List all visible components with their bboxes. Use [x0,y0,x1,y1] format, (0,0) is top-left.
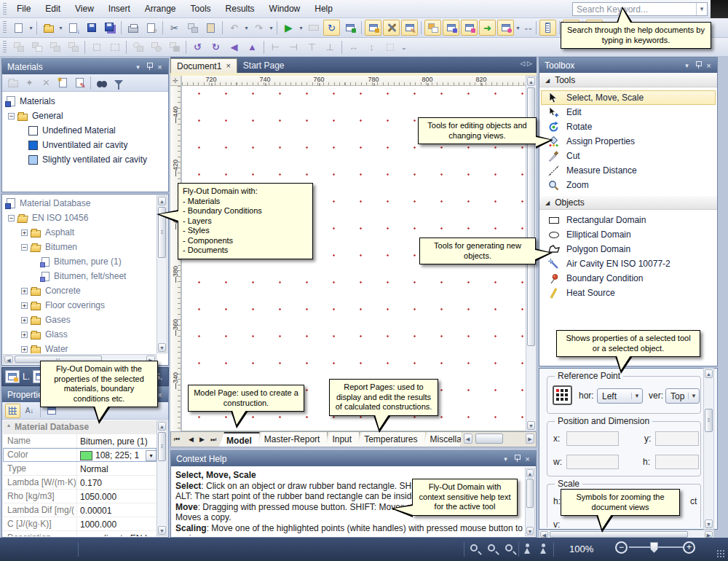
print-icon[interactable] [124,20,141,36]
expand-icon[interactable]: + [21,317,28,323]
refresh-window-icon[interactable] [341,20,358,36]
same-width-icon[interactable]: ↔ [345,39,362,55]
bring-to-front-icon[interactable] [10,39,27,55]
search-dropdown-icon[interactable]: ▾ [696,3,707,15]
zoom-width-icon[interactable] [539,544,547,555]
property-row-color[interactable]: Color 108; 225; 1 ▾ [3,448,157,462]
object-polygon-domain[interactable]: Polygon Domain [541,242,716,256]
expand-icon[interactable]: + [21,346,28,353]
categorized-view-icon[interactable] [5,404,20,418]
menu-results[interactable]: Results [218,1,262,16]
tab-input[interactable]: Input [325,432,360,447]
context-help-scrollbar[interactable]: ▲ ▼ [525,468,535,536]
tree-item-bitumen-pure[interactable]: Bitumen, pure (1) [4,254,157,269]
tab-master-report[interactable]: Master-Report [257,432,328,447]
save-all-icon[interactable] [101,20,118,36]
close-icon[interactable]: × [703,61,714,70]
save-icon[interactable] [83,20,100,36]
object-heat-source[interactable]: Heat Source [541,286,716,300]
toolbar-overflow-icon[interactable]: ⌄⌄ [521,24,534,31]
property-category[interactable]: ▴Material Database [3,420,157,434]
expand-icon[interactable]: + [21,332,28,338]
properties-window-icon[interactable] [365,20,381,36]
search-input[interactable]: Search Keyword... ▾ [572,2,708,16]
pin-icon[interactable] [511,455,522,463]
zoom-window-icon[interactable] [470,544,478,552]
tool-cut[interactable]: Cut [541,149,716,163]
menu-insert[interactable]: Insert [101,1,138,16]
keyboard-icon[interactable] [305,20,322,36]
export-icon[interactable]: ➜ [479,20,496,36]
toolbar-grip[interactable] [3,3,7,15]
close-tab-icon[interactable]: × [226,61,230,73]
zoom-slider-thumb[interactable] [650,542,658,553]
h-input[interactable] [655,455,699,469]
same-height-icon[interactable]: ↕ [363,39,380,55]
toolbar-grip[interactable] [3,21,7,34]
new-folder-icon[interactable] [5,76,20,90]
tab-document1[interactable]: Document1× [170,58,237,73]
property-row-c[interactable]: C [J/(kg·K)] 1000.000 [3,517,157,531]
new-material-icon[interactable]: ✱ [55,76,71,90]
group-icon[interactable] [88,39,105,55]
next-page-icon[interactable]: ▶ [197,436,207,443]
collapse-icon[interactable]: − [8,113,15,119]
expand-icon[interactable]: + [21,288,28,294]
tab-temperatures[interactable]: Temperatures [357,432,425,447]
tab-scroll-icons[interactable]: ◁▷ [520,60,534,67]
cascade-windows-icon[interactable] [424,20,441,36]
bring-forward-icon[interactable] [47,39,63,55]
expand-icon[interactable]: + [21,230,28,236]
layers-tab-label[interactable]: L. [23,372,30,382]
menu-file[interactable]: File [9,1,38,16]
intersect-icon[interactable] [166,39,183,55]
alphabetical-sort-icon[interactable]: A↓ [22,404,37,418]
filter-icon[interactable] [111,76,126,90]
new-window-icon[interactable] [443,20,459,36]
align-bottom-icon[interactable]: ⊥ [322,39,339,55]
new-from-template-icon[interactable] [497,20,514,36]
open-icon[interactable] [40,20,57,36]
tree-item-glass[interactable]: + Glass [4,327,157,342]
tree-item-gases[interactable]: + Gases [4,313,157,327]
object-rectangular-domain[interactable]: Rectangular Domain [541,213,716,227]
first-page-icon[interactable]: ⏮ [171,436,186,444]
panel-menu-icon[interactable]: ▾ [500,455,511,463]
tree-item-asphalt[interactable]: + Asphalt [4,225,157,240]
align-right-icon[interactable]: ⊣ [285,39,302,55]
w-input[interactable] [566,455,619,469]
find-icon[interactable] [94,76,109,90]
tree-item-general[interactable]: − General [4,109,167,123]
color-dropdown-icon[interactable]: ▾ [146,450,157,461]
expand-icon[interactable]: + [21,302,28,309]
resize-grip[interactable] [716,549,725,558]
cut-icon[interactable]: ✂ [166,20,183,36]
tool-assign-properties[interactable]: Assign Properties [541,134,716,149]
zoom-in-button[interactable]: + [683,541,695,554]
zoom-page-icon[interactable] [523,544,531,555]
collapse-icon[interactable]: − [8,215,15,221]
property-row-lambda[interactable]: Lambda [W/(m·K)] 0.170 [3,476,157,490]
object-air-cavity[interactable]: Air Cavity EN ISO 10077-2 [541,256,716,271]
tree-item-floor-coverings[interactable]: + Floor coverings [4,298,157,313]
apply-icon[interactable]: ✦ [22,76,37,90]
same-size-icon[interactable] [381,39,398,55]
subtract-icon[interactable] [148,39,165,55]
menu-edit[interactable]: Edit [38,1,68,16]
pin-icon[interactable] [692,61,703,70]
align-left-icon[interactable]: ⊢ [267,39,284,55]
ungroup-icon[interactable] [106,39,123,55]
tree-item-unventilated-air-cavity[interactable]: Unventilated air cavity [4,138,167,152]
panel-menu-icon[interactable]: ▾ [681,62,692,69]
import-icon[interactable]: ↓ [65,20,82,36]
zoom-selection-icon[interactable] [488,544,495,552]
menu-help[interactable]: Help [307,1,340,16]
run-calculation-icon[interactable]: ▶ [280,20,297,36]
tool-measure-distance[interactable]: Measure Distance [541,163,716,178]
send-backward-icon[interactable] [65,39,82,55]
tree-item-undefined-material[interactable]: Undefined Material [4,123,167,138]
edit-properties-icon[interactable]: ✎ [401,20,418,36]
print-preview-icon[interactable]: ○ [143,20,159,36]
object-boundary-condition[interactable]: Boundary Condition [541,271,716,286]
tab-miscellaneous[interactable]: Miscella [423,432,462,447]
